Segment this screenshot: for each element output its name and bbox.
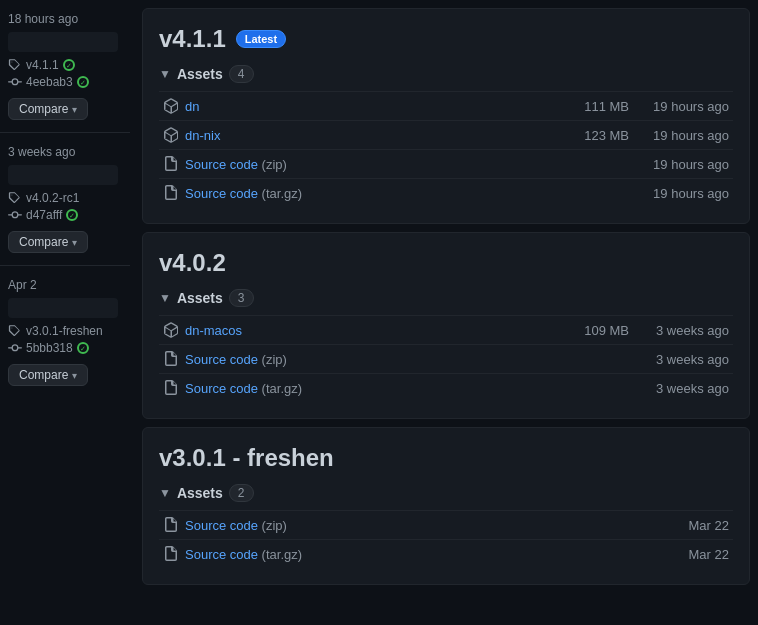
sidebar-tag-1: v4.1.1 xyxy=(8,58,122,72)
compare-btn-2[interactable]: Compare ▾ xyxy=(8,231,88,253)
asset-size xyxy=(553,150,633,179)
assets-count-2: 3 xyxy=(229,289,254,307)
table-row: Source code (zip) 3 weeks ago xyxy=(159,345,733,374)
table-row: Source code (zip) 19 hours ago xyxy=(159,150,733,179)
asset-name-cell: Source code (zip) xyxy=(163,351,549,367)
sidebar: 18 hours ago v4.1.1 4eebab3 Compare ▾ xyxy=(0,0,130,625)
asset-name-cell: dn-nix xyxy=(163,127,549,143)
release-section-1: v4.1.1 Latest ▼ Assets 4 dn xyxy=(142,8,750,224)
asset-name-cell: dn-macos xyxy=(163,322,549,338)
sidebar-commit-1: 4eebab3 xyxy=(8,75,122,89)
package-icon xyxy=(163,127,179,143)
check-commit-1 xyxy=(77,76,89,88)
asset-size: 123 MB xyxy=(553,121,633,150)
asset-link[interactable]: Source code (tar.gz) xyxy=(185,186,302,201)
asset-size: 109 MB xyxy=(553,316,633,345)
asset-name-cell: Source code (tar.gz) xyxy=(163,380,549,396)
tag-label-1: v4.1.1 xyxy=(26,58,59,72)
asset-time: 3 weeks ago xyxy=(633,374,733,403)
table-row: dn-nix 123 MB 19 hours ago xyxy=(159,121,733,150)
assets-count-1: 4 xyxy=(229,65,254,83)
table-row: dn-macos 109 MB 3 weeks ago xyxy=(159,316,733,345)
assets-count-3: 2 xyxy=(229,484,254,502)
sidebar-release-2: 3 weeks ago v4.0.2-rc1 d47afff Compare ▾ xyxy=(0,133,130,266)
asset-size: 111 MB xyxy=(553,92,633,121)
asset-link[interactable]: dn xyxy=(185,99,199,114)
asset-name-cell: Source code (tar.gz) xyxy=(163,546,549,562)
asset-size xyxy=(553,374,633,403)
tag-icon-3 xyxy=(8,324,22,338)
asset-link[interactable]: Source code (tar.gz) xyxy=(185,381,302,396)
asset-time: Mar 22 xyxy=(633,540,733,569)
assets-label-3: Assets xyxy=(177,485,223,501)
latest-badge-1: Latest xyxy=(236,30,286,48)
file-icon xyxy=(163,546,179,562)
table-row: Source code (zip) Mar 22 xyxy=(159,511,733,540)
sidebar-tag-3: v3.0.1-freshen xyxy=(8,324,122,338)
file-icon xyxy=(163,156,179,172)
asset-link[interactable]: Source code (zip) xyxy=(185,518,287,533)
asset-link[interactable]: Source code (zip) xyxy=(185,157,287,172)
assets-header-3[interactable]: ▼ Assets 2 xyxy=(159,484,733,502)
assets-header-2[interactable]: ▼ Assets 3 xyxy=(159,289,733,307)
asset-name-cell: Source code (zip) xyxy=(163,156,549,172)
assets-chevron-icon-2: ▼ xyxy=(159,291,171,305)
sidebar-release-1: 18 hours ago v4.1.1 4eebab3 Compare ▾ xyxy=(0,0,130,133)
asset-time: 19 hours ago xyxy=(633,121,733,150)
check-commit-2 xyxy=(66,209,78,221)
sidebar-tag-2: v4.0.2-rc1 xyxy=(8,191,122,205)
release-title-3: v3.0.1 - freshen xyxy=(159,444,334,472)
sidebar-commit-2: d47afff xyxy=(8,208,122,222)
chevron-down-icon-2: ▾ xyxy=(72,237,77,248)
asset-time: Mar 22 xyxy=(633,511,733,540)
release-title-2: v4.0.2 xyxy=(159,249,226,277)
asset-time: 19 hours ago xyxy=(633,179,733,208)
assets-header-1[interactable]: ▼ Assets 4 xyxy=(159,65,733,83)
file-icon xyxy=(163,185,179,201)
main-content: v4.1.1 Latest ▼ Assets 4 dn xyxy=(130,0,758,625)
tag-icon-1 xyxy=(8,58,22,72)
release-section-2: v4.0.2 ▼ Assets 3 dn-macos xyxy=(142,232,750,419)
commit-icon-2 xyxy=(8,208,22,222)
release-name-bar-2 xyxy=(8,165,118,185)
compare-btn-1[interactable]: Compare ▾ xyxy=(8,98,88,120)
commit-icon-3 xyxy=(8,341,22,355)
release-section-3: v3.0.1 - freshen ▼ Assets 2 Source code … xyxy=(142,427,750,585)
check-commit-3 xyxy=(77,342,89,354)
release-title-1: v4.1.1 xyxy=(159,25,226,53)
asset-name-cell: dn xyxy=(163,98,549,114)
asset-size xyxy=(553,511,633,540)
commit-label-3: 5bbb318 xyxy=(26,341,73,355)
asset-link[interactable]: dn-nix xyxy=(185,128,220,143)
file-icon xyxy=(163,380,179,396)
asset-link[interactable]: Source code (zip) xyxy=(185,352,287,367)
release-header-3: v3.0.1 - freshen xyxy=(159,444,733,472)
tag-label-2: v4.0.2-rc1 xyxy=(26,191,79,205)
table-row: dn 111 MB 19 hours ago xyxy=(159,92,733,121)
compare-btn-3[interactable]: Compare ▾ xyxy=(8,364,88,386)
asset-link[interactable]: Source code (tar.gz) xyxy=(185,547,302,562)
table-row: Source code (tar.gz) 19 hours ago xyxy=(159,179,733,208)
asset-link[interactable]: dn-macos xyxy=(185,323,242,338)
asset-name-cell: Source code (zip) xyxy=(163,517,549,533)
table-row: Source code (tar.gz) Mar 22 xyxy=(159,540,733,569)
assets-table-3: Source code (zip) Mar 22 Source code (ta… xyxy=(159,510,733,568)
release-name-bar-3 xyxy=(8,298,118,318)
file-icon xyxy=(163,351,179,367)
assets-label-1: Assets xyxy=(177,66,223,82)
release-time-2: 3 weeks ago xyxy=(8,145,122,159)
release-header-1: v4.1.1 Latest xyxy=(159,25,733,53)
chevron-down-icon-1: ▾ xyxy=(72,104,77,115)
release-header-2: v4.0.2 xyxy=(159,249,733,277)
package-icon xyxy=(163,98,179,114)
assets-label-2: Assets xyxy=(177,290,223,306)
table-row: Source code (tar.gz) 3 weeks ago xyxy=(159,374,733,403)
asset-name-cell: Source code (tar.gz) xyxy=(163,185,549,201)
release-time-1: 18 hours ago xyxy=(8,12,122,26)
asset-time: 3 weeks ago xyxy=(633,316,733,345)
sidebar-release-3: Apr 2 v3.0.1-freshen 5bbb318 Compare ▾ xyxy=(0,266,130,398)
asset-size xyxy=(553,345,633,374)
asset-time: 19 hours ago xyxy=(633,92,733,121)
tag-label-3: v3.0.1-freshen xyxy=(26,324,103,338)
asset-time: 19 hours ago xyxy=(633,150,733,179)
